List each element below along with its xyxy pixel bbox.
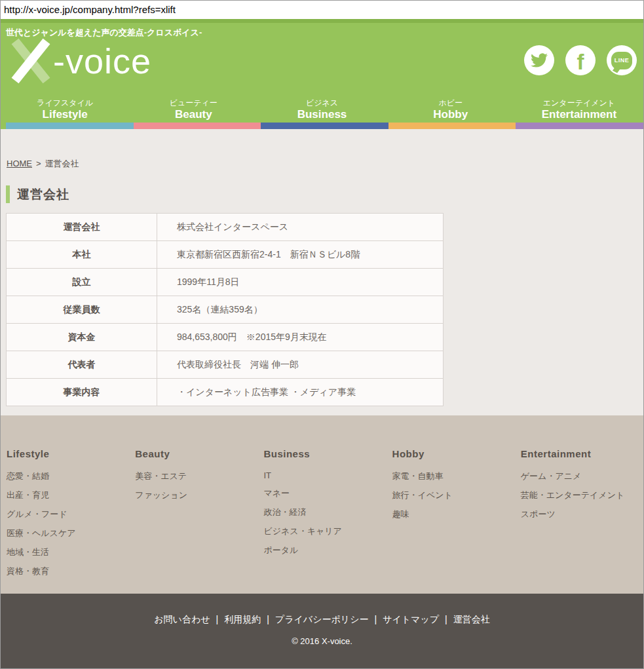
row-label: 代表者 — [7, 351, 157, 379]
footer-col-title: Beauty — [135, 448, 257, 459]
nav-jp-label: エンターテイメント — [515, 98, 643, 108]
nav-jp-label: ビジネス — [257, 98, 386, 108]
footer-link[interactable]: ビジネス・キャリア — [263, 526, 386, 537]
footer-link[interactable]: ポータル — [263, 545, 386, 556]
footer-link[interactable]: 家電・自動車 — [392, 470, 515, 482]
footer-link[interactable]: 恋愛・結婚 — [7, 470, 129, 482]
main-nav: ライフスタイル Lifestyle ビューティー Beauty ビジネス Bus… — [1, 96, 643, 123]
footer-link[interactable]: 趣味 — [392, 508, 515, 520]
row-label: 資本金 — [7, 324, 157, 351]
footer-nav: Lifestyle 恋愛・結婚 出産・育児 グルメ・フード 医療・ヘルスケア 地… — [1, 415, 643, 594]
footer-link-sitemap[interactable]: サイトマップ — [383, 614, 439, 624]
twitter-button[interactable] — [524, 45, 554, 75]
social-icons: f LINE — [524, 45, 637, 75]
row-label: 事業内容 — [7, 379, 157, 406]
table-row: 代表者 代表取締役社長 河端 伸一郎 — [7, 351, 444, 379]
footer-link-separator: | — [216, 614, 219, 624]
footer-link[interactable]: ゲーム・アニメ — [521, 470, 643, 482]
footer-link-separator: | — [267, 614, 269, 624]
footer-link[interactable]: ファッション — [135, 489, 257, 501]
footer-link-company[interactable]: 運営会社 — [453, 614, 490, 624]
footer-link-contact[interactable]: お問い合わせ — [154, 614, 210, 624]
row-value: ・インターネット広告事業 ・メディア事業 — [157, 379, 444, 406]
nav-en-label: Lifestyle — [1, 108, 129, 121]
table-row: 従業員数 325名（連結359名） — [7, 296, 444, 324]
footer-link-separator: | — [445, 614, 447, 624]
footer-link[interactable]: マネー — [263, 487, 386, 499]
footer-link[interactable]: 政治・経済 — [263, 507, 386, 518]
page-title: 運営会社 — [17, 186, 69, 203]
footer-link-terms[interactable]: 利用規約 — [224, 614, 261, 624]
footer-col-business: Business IT マネー 政治・経済 ビジネス・キャリア ポータル — [257, 448, 386, 594]
nav-en-label: Entertainment — [515, 108, 643, 121]
nav-item-entertainment[interactable]: エンターテイメント Entertainment — [515, 98, 643, 123]
row-value: 株式会社インタースペース — [157, 214, 444, 241]
footer-link[interactable]: 美容・エステ — [135, 470, 257, 482]
main-content: HOME>運営会社 運営会社 運営会社 株式会社インタースペース 本社 東京都新… — [1, 129, 643, 415]
footer-col-title: Entertainment — [521, 448, 643, 459]
footer-col-beauty: Beauty 美容・エステ ファッション — [129, 448, 257, 594]
line-icon-label: LINE — [615, 57, 630, 64]
footer-link[interactable]: 医療・ヘルスケア — [7, 527, 129, 539]
site-header: 世代とジャンルを超えた声の交差点-クロスボイス- -voice f — [1, 19, 643, 129]
nav-stripe-lifestyle — [6, 123, 134, 129]
footer-col-title: Lifestyle — [7, 448, 129, 459]
site-logo[interactable]: -voice — [6, 38, 151, 84]
nav-stripe-entertainment — [516, 123, 643, 129]
bottom-footer: お問い合わせ|利用規約|プライバシーポリシー|サイトマップ|運営会社 © 201… — [1, 594, 643, 669]
footer-link[interactable]: 旅行・イベント — [392, 489, 515, 501]
company-info-table: 運営会社 株式会社インタースペース 本社 東京都新宿区西新宿2-4-1 新宿ＮＳ… — [6, 213, 444, 406]
row-label: 従業員数 — [7, 296, 157, 324]
row-value: 東京都新宿区西新宿2-4-1 新宿ＮＳビル8階 — [157, 241, 444, 269]
nav-jp-label: ビューティー — [129, 98, 257, 108]
address-bar[interactable]: http://x-voice.jp/company.html?refs=xlif… — [1, 1, 643, 19]
footer-link[interactable]: 芸能・エンターテイメント — [521, 489, 643, 501]
row-value: 代表取締役社長 河端 伸一郎 — [157, 351, 444, 379]
nav-item-business[interactable]: ビジネス Business — [257, 98, 386, 123]
footer-link[interactable]: 出産・育児 — [7, 489, 129, 501]
row-label: 本社 — [7, 241, 157, 269]
footer-link[interactable]: IT — [263, 470, 386, 480]
nav-jp-label: ホビー — [387, 98, 515, 108]
row-value: 984,653,800円 ※2015年9月末現在 — [157, 324, 444, 351]
logo-row: -voice f LINE — [1, 37, 643, 96]
row-label: 運営会社 — [7, 214, 157, 241]
page-title-accent-bar — [6, 185, 10, 203]
footer-link[interactable]: グルメ・フード — [7, 508, 129, 520]
facebook-icon: f — [577, 51, 584, 73]
footer-link[interactable]: 資格・教育 — [7, 565, 129, 577]
nav-item-beauty[interactable]: ビューティー Beauty — [129, 98, 257, 123]
row-label: 設立 — [7, 269, 157, 296]
nav-stripe-hobby — [388, 123, 516, 129]
nav-en-label: Business — [257, 108, 386, 121]
breadcrumb-home-link[interactable]: HOME — [7, 159, 32, 168]
table-row: 設立 1999年11月8日 — [7, 269, 444, 296]
page: http://x-voice.jp/company.html?refs=xlif… — [0, 0, 644, 669]
breadcrumb-separator: > — [36, 159, 41, 168]
nav-stripe-beauty — [134, 123, 261, 129]
footer-link[interactable]: スポーツ — [521, 508, 643, 520]
footer-col-hobby: Hobby 家電・自動車 旅行・イベント 趣味 — [387, 448, 515, 594]
twitter-icon — [531, 52, 548, 69]
breadcrumb: HOME>運営会社 — [1, 129, 643, 170]
nav-item-hobby[interactable]: ホビー Hobby — [387, 98, 515, 123]
footer-link[interactable]: 地域・生活 — [7, 546, 129, 558]
row-value: 1999年11月8日 — [157, 269, 444, 296]
page-title-block: 運営会社 — [6, 185, 643, 203]
logo-text: -voice — [53, 38, 151, 84]
nav-en-label: Beauty — [129, 108, 257, 121]
footer-link-privacy[interactable]: プライバシーポリシー — [275, 614, 369, 624]
table-row: 資本金 984,653,800円 ※2015年9月末現在 — [7, 324, 444, 351]
row-value: 325名（連結359名） — [157, 296, 444, 324]
footer-col-title: Hobby — [392, 448, 515, 459]
copyright: © 2016 X-voice. — [1, 636, 643, 646]
footer-col-entertainment: Entertainment ゲーム・アニメ 芸能・エンターテイメント スポーツ — [515, 448, 643, 594]
facebook-button[interactable]: f — [565, 45, 596, 75]
breadcrumb-current: 運営会社 — [45, 159, 79, 168]
table-row: 本社 東京都新宿区西新宿2-4-1 新宿ＮＳビル8階 — [7, 241, 444, 269]
nav-stripe-business — [261, 123, 388, 129]
line-button[interactable]: LINE — [607, 45, 637, 75]
nav-en-label: Hobby — [387, 108, 515, 121]
nav-jp-label: ライフスタイル — [1, 98, 129, 108]
nav-item-lifestyle[interactable]: ライフスタイル Lifestyle — [1, 98, 129, 123]
